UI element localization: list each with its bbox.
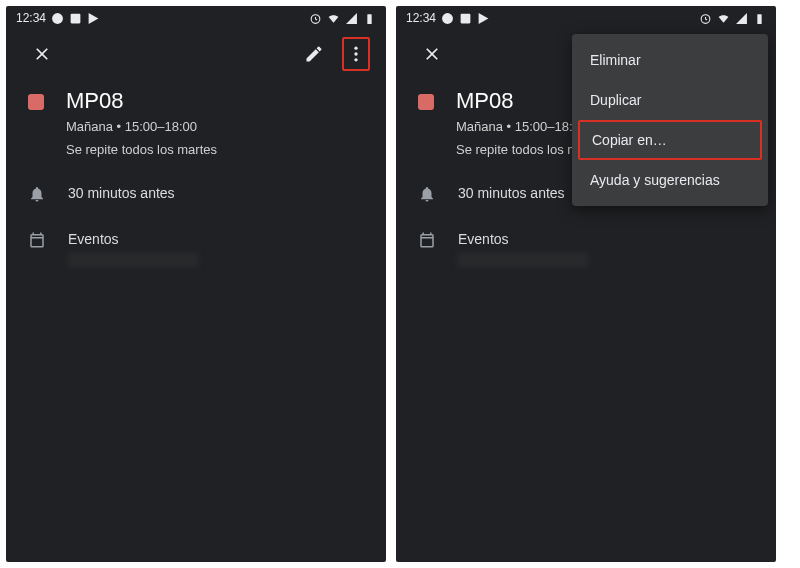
picture-icon bbox=[69, 12, 82, 25]
more-vert-icon bbox=[346, 44, 366, 64]
svg-rect-8 bbox=[461, 13, 471, 23]
play-store-icon bbox=[87, 12, 100, 25]
play-store-icon bbox=[477, 12, 490, 25]
reminder-row[interactable]: 30 minutos antes bbox=[6, 171, 386, 217]
wifi-icon bbox=[327, 12, 340, 25]
svg-rect-1 bbox=[71, 13, 81, 23]
status-left: 12:34 bbox=[16, 11, 100, 25]
phone-screen-left: 12:34 MP08 Mañana • 15:00–18:00 Se r bbox=[6, 6, 386, 562]
status-right bbox=[699, 12, 766, 25]
battery-icon bbox=[363, 12, 376, 25]
calendar-account-redacted bbox=[458, 253, 588, 267]
reminder-label: 30 minutos antes bbox=[458, 185, 565, 201]
calendar-account-redacted bbox=[68, 253, 198, 267]
spotify-icon bbox=[51, 12, 64, 25]
calendar-row[interactable]: Eventos bbox=[396, 217, 776, 281]
edit-button[interactable] bbox=[294, 34, 334, 74]
event-color-chip bbox=[418, 94, 434, 110]
menu-item-help[interactable]: Ayuda y sugerencias bbox=[572, 160, 768, 200]
wifi-icon bbox=[717, 12, 730, 25]
overflow-button[interactable] bbox=[342, 37, 370, 71]
calendar-icon bbox=[28, 231, 46, 249]
close-button[interactable] bbox=[22, 34, 62, 74]
status-right bbox=[309, 12, 376, 25]
menu-item-delete[interactable]: Eliminar bbox=[572, 40, 768, 80]
bell-icon bbox=[28, 185, 46, 203]
svg-point-7 bbox=[442, 13, 453, 24]
signal-icon bbox=[735, 12, 748, 25]
spotify-icon bbox=[441, 12, 454, 25]
status-bar: 12:34 bbox=[6, 6, 386, 30]
alarm-icon bbox=[309, 12, 322, 25]
toolbar bbox=[6, 30, 386, 78]
event-datetime: Mañana • 15:00–18:00 bbox=[66, 118, 217, 136]
status-time: 12:34 bbox=[406, 11, 436, 25]
svg-point-0 bbox=[52, 13, 63, 24]
svg-point-6 bbox=[354, 58, 357, 61]
close-icon bbox=[32, 44, 52, 64]
calendar-label: Eventos bbox=[458, 231, 588, 247]
close-button[interactable] bbox=[412, 34, 452, 74]
calendar-icon bbox=[418, 231, 436, 249]
overflow-menu: Eliminar Duplicar Copiar en… Ayuda y sug… bbox=[572, 34, 768, 206]
svg-point-4 bbox=[354, 47, 357, 50]
status-bar: 12:34 bbox=[396, 6, 776, 30]
pencil-icon bbox=[304, 44, 324, 64]
menu-item-copy-to[interactable]: Copiar en… bbox=[578, 120, 762, 160]
status-left: 12:34 bbox=[406, 11, 490, 25]
signal-icon bbox=[345, 12, 358, 25]
alarm-icon bbox=[699, 12, 712, 25]
close-icon bbox=[422, 44, 442, 64]
reminder-label: 30 minutos antes bbox=[68, 185, 175, 201]
event-color-chip bbox=[28, 94, 44, 110]
event-header: MP08 Mañana • 15:00–18:00 Se repite todo… bbox=[6, 78, 386, 171]
phone-screen-right: 12:34 MP08 Mañana • 15:00–18:00 Se repit… bbox=[396, 6, 776, 562]
calendar-row[interactable]: Eventos bbox=[6, 217, 386, 281]
calendar-label: Eventos bbox=[68, 231, 198, 247]
svg-point-5 bbox=[354, 52, 357, 55]
picture-icon bbox=[459, 12, 472, 25]
event-title: MP08 bbox=[66, 88, 217, 114]
event-recurrence: Se repite todos los martes bbox=[66, 141, 217, 159]
svg-rect-3 bbox=[367, 14, 371, 24]
battery-icon bbox=[753, 12, 766, 25]
menu-item-duplicate[interactable]: Duplicar bbox=[572, 80, 768, 120]
bell-icon bbox=[418, 185, 436, 203]
status-time: 12:34 bbox=[16, 11, 46, 25]
svg-rect-10 bbox=[757, 14, 761, 24]
